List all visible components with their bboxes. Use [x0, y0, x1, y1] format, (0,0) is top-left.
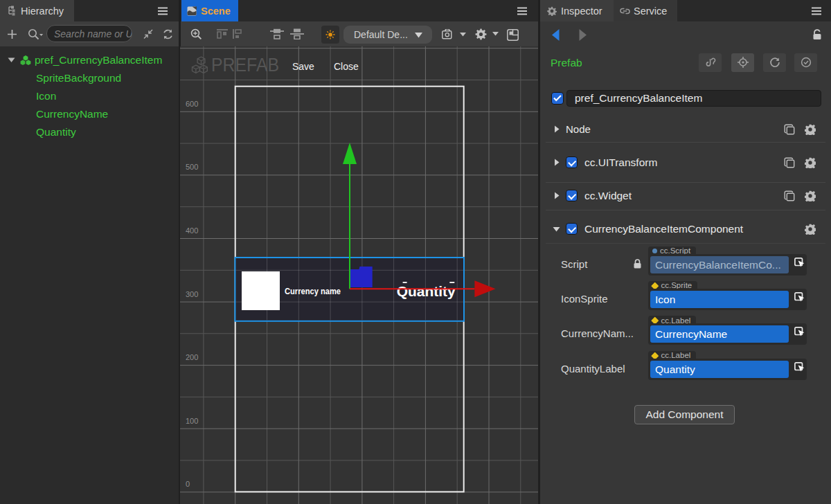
svg-text:100: 100 — [186, 417, 198, 425]
svg-text:500: 500 — [186, 163, 198, 171]
svg-text:600: 600 — [186, 100, 198, 108]
svg-text:300: 300 — [186, 290, 198, 298]
svg-text:0: 0 — [186, 480, 190, 488]
svg-text:Quantity: Quantity — [397, 283, 456, 299]
svg-text:400: 400 — [186, 226, 198, 235]
svg-text:200: 200 — [186, 353, 198, 361]
svg-text:Currency name: Currency name — [285, 286, 341, 296]
